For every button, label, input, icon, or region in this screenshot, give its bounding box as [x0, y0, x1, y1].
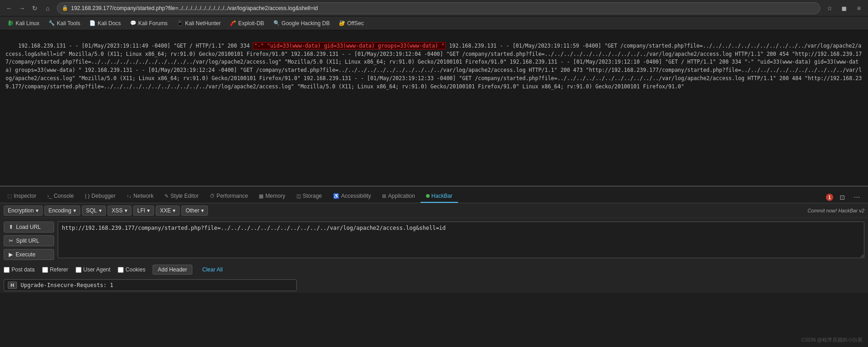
- sql-label: SQL: [86, 207, 97, 214]
- debugger-icon: { }: [85, 193, 89, 199]
- devtools-more-button[interactable]: ⋯: [852, 192, 863, 203]
- tab-storage[interactable]: ◫ Storage: [291, 190, 328, 203]
- load-url-label: Load URL: [16, 224, 41, 230]
- exploit-db-icon: 🧨: [230, 20, 236, 26]
- kali-forums-icon: 💬: [130, 20, 136, 26]
- tab-performance[interactable]: ⏱ Performance: [204, 190, 254, 203]
- referer-input[interactable]: [42, 267, 48, 273]
- reload-button[interactable]: ↻: [29, 3, 40, 14]
- other-dropdown[interactable]: Other ▾: [181, 206, 208, 216]
- bookmark-exploit-db[interactable]: 🧨 Exploit-DB: [226, 19, 268, 27]
- post-data-input[interactable]: [4, 267, 10, 273]
- inspector-icon: ⬚: [7, 193, 12, 199]
- bookmark-kali-forums-label: Kali Forums: [138, 20, 168, 27]
- bookmark-google-hacking[interactable]: 🔍 Google Hacking DB: [270, 19, 333, 27]
- bookmark-kali-nethunter-label: Kali NetHunter: [185, 20, 221, 27]
- encoding-chevron-icon: ▾: [73, 207, 76, 214]
- error-badge: 1: [826, 194, 833, 201]
- hackbar-body: ⬆ Load URL ✂ Split URL ▶ Execute http://…: [0, 218, 868, 262]
- forward-button[interactable]: →: [16, 3, 27, 14]
- devtools-right-actions: 1 ⊡ ⋯: [826, 192, 866, 203]
- accessibility-icon: ♿: [333, 193, 339, 199]
- bookmark-kali-nethunter[interactable]: 📱 Kali NetHunter: [173, 19, 224, 27]
- menu-button[interactable]: ≡: [853, 3, 864, 14]
- xxe-dropdown[interactable]: XXE ▾: [156, 206, 180, 216]
- tab-inspector[interactable]: ⬚ Inspector: [2, 190, 42, 203]
- bookmark-kali-forums[interactable]: 💬 Kali Forums: [126, 19, 171, 27]
- tab-hackbar-label: HackBar: [431, 193, 453, 199]
- lfi-dropdown[interactable]: LFI ▾: [133, 206, 154, 216]
- kali-nethunter-icon: 📱: [177, 20, 183, 26]
- cookies-input[interactable]: [118, 267, 124, 273]
- tab-hackbar[interactable]: HackBar: [420, 190, 458, 203]
- header-row: H Upgrade-Insecure-Requests: 1: [4, 279, 297, 291]
- tab-network-label: Network: [133, 193, 153, 199]
- sql-dropdown[interactable]: SQL ▾: [82, 206, 106, 216]
- bookmark-google-hacking-label: Google Hacking DB: [282, 20, 330, 27]
- performance-icon: ⏱: [210, 193, 215, 199]
- split-url-icon: ✂: [9, 238, 13, 244]
- tab-style-editor-label: Style Editor: [170, 193, 198, 199]
- execute-label: Execute: [16, 251, 35, 258]
- commit-label: Commit now!: [808, 208, 837, 213]
- bookmark-kali-docs[interactable]: 📄 Kali Docs: [86, 19, 125, 27]
- xss-chevron-icon: ▾: [125, 207, 127, 214]
- error-count: 1: [828, 195, 831, 200]
- clear-all-button[interactable]: Clear All: [200, 265, 226, 274]
- tab-application[interactable]: ⊞ Application: [377, 190, 420, 203]
- tab-accessibility[interactable]: ♿ Accessibility: [328, 190, 377, 203]
- tab-style-editor[interactable]: ✎ Style Editor: [159, 190, 204, 203]
- tab-debugger-label: Debugger: [92, 193, 116, 199]
- log-output: 192.168.239.131 - - [01/May/2023:19:11:4…: [5, 34, 863, 99]
- tab-console[interactable]: ›_ Console: [42, 190, 79, 203]
- cookies-label: Cookies: [126, 266, 145, 273]
- xss-dropdown[interactable]: XSS ▾: [108, 206, 131, 216]
- tab-console-label: Console: [54, 193, 74, 199]
- lock-icon: 🔒: [62, 5, 68, 11]
- extensions-button[interactable]: ◼: [839, 3, 850, 14]
- add-header-button[interactable]: Add Header: [153, 265, 192, 275]
- watermark-text: CSDN @程序员届的小白菜: [802, 337, 863, 342]
- bookmark-kali-tools[interactable]: 🔧 Kali Tools: [45, 19, 84, 27]
- star-button[interactable]: ☆: [824, 3, 835, 14]
- referer-checkbox[interactable]: Referer: [42, 266, 68, 273]
- browser-actions: ☆ ◼ ≡: [824, 3, 864, 14]
- bookmark-offsec[interactable]: 🔐 OffSec: [335, 19, 367, 27]
- post-data-checkbox[interactable]: Post data: [4, 266, 35, 273]
- tab-debugger[interactable]: { } Debugger: [79, 190, 121, 203]
- commit-now-text: Commit now! HackBar v2: [808, 208, 864, 213]
- address-bar[interactable]: 🔒 192.168.239.177/company/started.php?fi…: [57, 2, 820, 14]
- tab-network[interactable]: ↑↓ Network: [121, 190, 159, 203]
- cookies-checkbox[interactable]: Cookies: [118, 266, 145, 273]
- xss-label: XSS: [112, 207, 123, 214]
- nav-buttons: ← → ↻ ⌂: [4, 3, 53, 14]
- load-url-button[interactable]: ⬆ Load URL: [4, 222, 54, 233]
- devtools-dock-button[interactable]: ⊡: [837, 192, 848, 203]
- tab-memory[interactable]: ▦ Memory: [253, 190, 290, 203]
- execute-icon: ▶: [9, 251, 13, 258]
- url-input[interactable]: http://192.168.239.177/company/started.p…: [58, 222, 864, 258]
- post-data-label: Post data: [11, 266, 35, 273]
- hackbar-version: HackBar v2: [838, 208, 864, 213]
- application-icon: ⊞: [382, 193, 386, 199]
- bookmark-kali-docs-label: Kali Docs: [98, 20, 121, 27]
- bookmark-kali-linux[interactable]: 🐉 Kali Linux: [4, 19, 43, 27]
- split-url-label: Split URL: [16, 238, 39, 244]
- user-agent-checkbox[interactable]: User Agent: [76, 266, 110, 273]
- split-url-button[interactable]: ✂ Split URL: [4, 235, 54, 246]
- encryption-chevron-icon: ▾: [36, 207, 38, 214]
- offsec-icon: 🔐: [339, 20, 345, 26]
- back-button[interactable]: ←: [4, 3, 15, 14]
- kali-docs-icon: 📄: [89, 20, 96, 26]
- encryption-dropdown[interactable]: Encryption ▾: [4, 206, 43, 216]
- home-button[interactable]: ⌂: [42, 3, 53, 14]
- hackbar-headers: H Upgrade-Insecure-Requests: 1: [0, 277, 868, 293]
- tab-storage-label: Storage: [303, 193, 322, 199]
- user-agent-input[interactable]: [76, 267, 82, 273]
- kali-linux-icon: 🐉: [7, 20, 14, 26]
- hackbar-dot-icon: [426, 194, 430, 198]
- tab-memory-label: Memory: [265, 193, 285, 199]
- encoding-dropdown[interactable]: Encoding ▾: [44, 206, 80, 216]
- browser-titlebar: ← → ↻ ⌂ 🔒 192.168.239.177/company/starte…: [0, 0, 868, 16]
- execute-button[interactable]: ▶ Execute: [4, 249, 54, 260]
